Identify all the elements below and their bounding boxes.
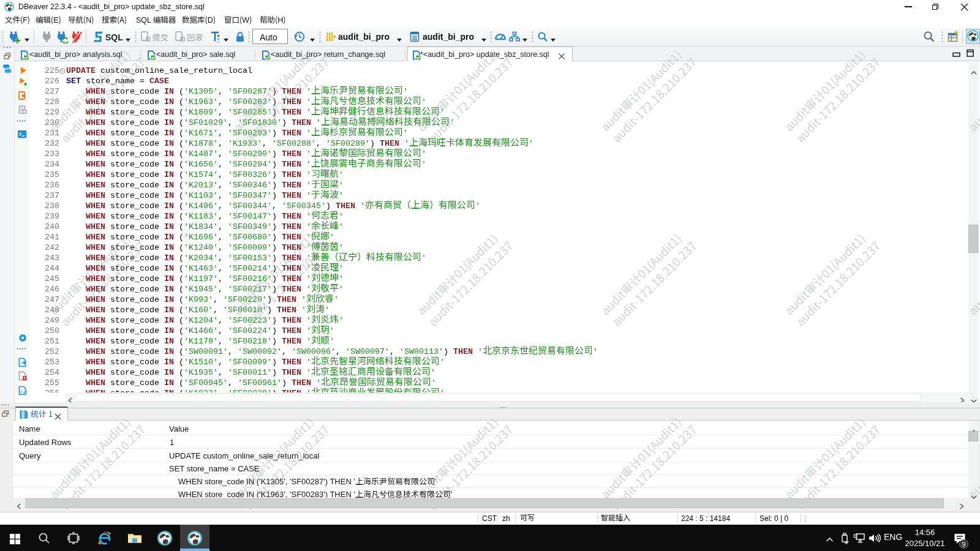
svg-text:(x): (x) — [20, 389, 27, 395]
